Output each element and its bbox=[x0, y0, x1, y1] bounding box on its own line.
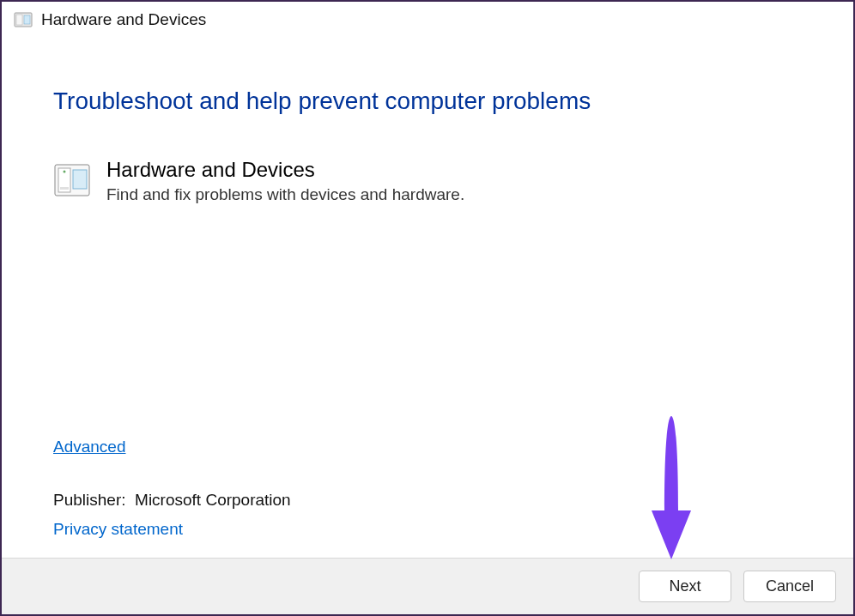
advanced-link[interactable]: Advanced bbox=[53, 438, 126, 456]
svg-rect-5 bbox=[73, 170, 87, 189]
window-title: Hardware and Devices bbox=[41, 10, 206, 29]
troubleshooter-window: Hardware and Devices Troubleshoot and he… bbox=[2, 2, 853, 614]
content-area: Troubleshoot and help prevent computer p… bbox=[2, 36, 853, 558]
page-title: Troubleshoot and help prevent computer p… bbox=[53, 88, 802, 115]
cancel-button[interactable]: Cancel bbox=[743, 571, 836, 602]
footer-button-bar: Next Cancel bbox=[2, 558, 853, 614]
troubleshooter-description: Find and fix problems with devices and h… bbox=[106, 185, 464, 204]
troubleshooter-title: Hardware and Devices bbox=[106, 158, 464, 182]
privacy-statement-link[interactable]: Privacy statement bbox=[53, 520, 183, 539]
hardware-devices-large-icon bbox=[53, 161, 91, 199]
svg-rect-2 bbox=[24, 15, 30, 24]
bottom-links: Advanced Publisher: Microsoft Corporatio… bbox=[53, 438, 291, 539]
troubleshooter-text: Hardware and Devices Find and fix proble… bbox=[106, 158, 464, 204]
publisher-label: Publisher: bbox=[53, 491, 126, 509]
svg-rect-6 bbox=[60, 187, 69, 190]
troubleshooter-item: Hardware and Devices Find and fix proble… bbox=[53, 158, 802, 204]
titlebar: Hardware and Devices bbox=[2, 2, 853, 36]
publisher-value: Microsoft Corporation bbox=[135, 491, 291, 509]
svg-rect-1 bbox=[16, 15, 22, 25]
publisher-row: Publisher: Microsoft Corporation bbox=[53, 491, 291, 510]
hardware-devices-icon bbox=[14, 10, 33, 29]
svg-point-7 bbox=[64, 171, 66, 173]
next-button[interactable]: Next bbox=[639, 571, 731, 602]
